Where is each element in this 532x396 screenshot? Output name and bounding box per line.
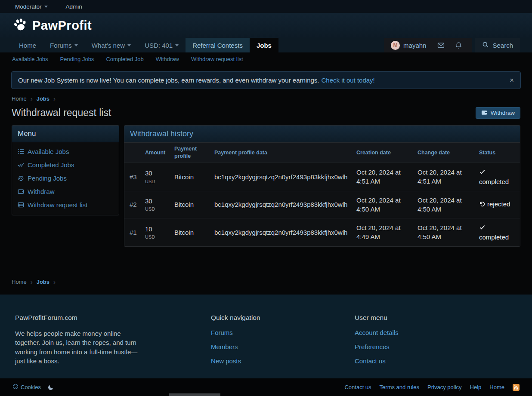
breadcrumb-bottom: Home › Jobs › — [0, 279, 67, 285]
nav-item-label: Home — [19, 42, 36, 49]
status-label: completed — [479, 233, 509, 241]
legal-link[interactable]: Contact us — [344, 384, 371, 390]
user-menu-links: Account details Preferences Contact us — [355, 329, 399, 365]
footer-site-name: PawProfitForum.com — [15, 314, 144, 322]
menu-item[interactable]: Withdraw — [12, 185, 119, 198]
chevron-down-icon — [127, 44, 131, 46]
amount-currency: USD — [145, 234, 166, 241]
title-row: Withdrawal request list Withdraw — [0, 107, 532, 119]
nav-item[interactable]: Jobs — [250, 38, 278, 52]
amount-value: 30 — [145, 169, 166, 178]
nav-item[interactable]: Referral Contests — [186, 38, 250, 52]
notice-link[interactable]: Check it out today! — [322, 77, 375, 84]
cookie-icon — [12, 384, 19, 391]
admin-link[interactable]: Admin — [66, 3, 82, 10]
main-nav: Home Forums What’s new USD: 401 Referral… — [0, 38, 532, 52]
site-header: PawProfit — [0, 13, 532, 38]
row-payment-profile-data: bc1qxy2kgdygjrsqtzq2n0yrf2493p83kkfjhx0w… — [209, 172, 351, 181]
menu-item[interactable]: Completed Jobs — [12, 158, 119, 172]
table-row: #2 30 USD Bitcoin bc1qxy2kgdygjrsqtzq2n0… — [124, 191, 520, 218]
moderator-menu[interactable]: Moderator — [15, 3, 48, 10]
legal-link[interactable]: Terms and rules — [380, 384, 419, 390]
wallet-icon — [481, 109, 488, 117]
chevron-right-icon: › — [31, 279, 33, 285]
withdraw-button[interactable]: Withdraw — [476, 107, 520, 119]
legal-link[interactable]: Privacy policy — [427, 384, 461, 390]
check-icon — [479, 168, 486, 177]
account-menu[interactable]: M mayahn — [391, 41, 430, 50]
breadcrumb-jobs[interactable]: Jobs — [37, 279, 49, 285]
nav-item[interactable]: Forums — [43, 38, 85, 52]
menu-item[interactable]: Withdraw request list — [12, 198, 119, 212]
row-id: #2 — [124, 200, 140, 209]
footer-link[interactable]: Contact us — [355, 357, 399, 365]
close-icon[interactable]: × — [510, 77, 514, 84]
menu-item-label: Withdraw request list — [28, 201, 87, 209]
wallet-icon — [18, 188, 24, 195]
menu-item[interactable]: Pending Jobs — [12, 172, 119, 185]
breadcrumb-home[interactable]: Home — [12, 279, 27, 285]
row-change-date: Oct 20, 2024 at 4:50 AM — [412, 223, 474, 242]
nav-item[interactable]: USD: 401 — [138, 38, 186, 52]
status-label: rejected — [487, 200, 510, 208]
nav-item-label: Referral Contests — [192, 42, 243, 49]
username: mayahn — [403, 42, 426, 49]
footer-link[interactable]: Forums — [211, 329, 297, 336]
footer-user-menu: User menu Account details Preferences Co… — [355, 314, 399, 378]
menu-title: Menu — [18, 129, 36, 138]
footer-link[interactable]: Preferences — [355, 343, 399, 350]
user-menu-heading: User menu — [355, 314, 399, 322]
history-header: Withdrawal history — [124, 126, 520, 143]
nav-item[interactable]: Home — [12, 38, 43, 52]
conversations-envelope-icon[interactable] — [435, 42, 447, 49]
legal-links: Contact us Terms and rules Privacy polic… — [344, 384, 504, 390]
subnav-item[interactable]: Withdraw request list — [191, 56, 243, 62]
chevron-down-icon — [44, 6, 48, 8]
chevron-right-icon: › — [31, 95, 33, 102]
search-label: Search — [492, 42, 513, 49]
column-header: Status — [474, 149, 520, 157]
row-change-date: Oct 20, 2024 at 4:51 AM — [412, 168, 474, 186]
breadcrumb-jobs[interactable]: Jobs — [37, 95, 49, 102]
row-creation-date: Oct 20, 2024 at 4:51 AM — [351, 168, 412, 186]
table-header-row: Amount Payment profile Payment profile d… — [124, 143, 520, 163]
footer-link[interactable]: New posts — [211, 357, 297, 365]
menu-items: Available Jobs Completed Jobs Pending Jo… — [12, 142, 119, 215]
menu-item[interactable]: Available Jobs — [12, 145, 119, 158]
table-list-icon — [18, 202, 24, 208]
subnav-item[interactable]: Withdraw — [156, 56, 179, 62]
row-payment-profile: Bitcoin — [169, 228, 209, 237]
menu-item-label: Pending Jobs — [28, 175, 67, 182]
row-change-date: Oct 20, 2024 at 4:50 AM — [412, 196, 474, 214]
subnav-item[interactable]: Pending Jobs — [60, 56, 94, 62]
footer-link[interactable]: Account details — [355, 329, 399, 336]
quick-navigation-heading: Quick navigation — [211, 314, 297, 322]
withdraw-button-label: Withdraw — [491, 110, 515, 116]
row-payment-profile: Bitcoin — [169, 200, 209, 209]
cookies-label: Cookies — [21, 384, 41, 390]
cookies-button[interactable]: Cookies — [12, 384, 41, 391]
footer-link[interactable]: Members — [211, 343, 297, 350]
column-header: Change date — [412, 149, 474, 157]
alerts-bell-icon[interactable] — [452, 42, 465, 49]
row-payment-profile-data: bc1qxy2kgdygjrsqtzq2n0yrf2493p83kkfjhx0w… — [209, 228, 351, 237]
row-creation-date: Oct 20, 2024 at 4:50 AM — [351, 196, 412, 214]
legal-link[interactable]: Home — [489, 384, 504, 390]
search-button[interactable]: Search — [475, 38, 520, 52]
menu-item-label: Available Jobs — [28, 148, 69, 155]
rss-icon[interactable] — [513, 384, 520, 391]
nav-item-label: What’s new — [92, 42, 125, 49]
nav-item-label: USD: 401 — [145, 42, 173, 49]
withdrawal-history-block: Withdrawal history Amount Payment profil… — [124, 125, 520, 247]
breadcrumb-home[interactable]: Home — [12, 95, 27, 102]
nav-item[interactable]: What’s new — [85, 38, 138, 52]
horizontal-scrollbar-thumb[interactable] — [169, 393, 220, 396]
subnav-item[interactable]: Available Jobs — [12, 56, 48, 62]
column-header: Creation date — [351, 149, 412, 157]
chevron-right-icon: › — [53, 279, 56, 285]
style-variation-moon-icon[interactable] — [48, 384, 54, 390]
legal-link[interactable]: Help — [470, 384, 482, 390]
subnav-item[interactable]: Completed Job — [106, 56, 143, 62]
table-row: #3 30 USD Bitcoin bc1qxy2kgdygjrsqtzq2n0… — [124, 163, 520, 191]
site-logo[interactable]: PawProfit — [12, 17, 92, 34]
